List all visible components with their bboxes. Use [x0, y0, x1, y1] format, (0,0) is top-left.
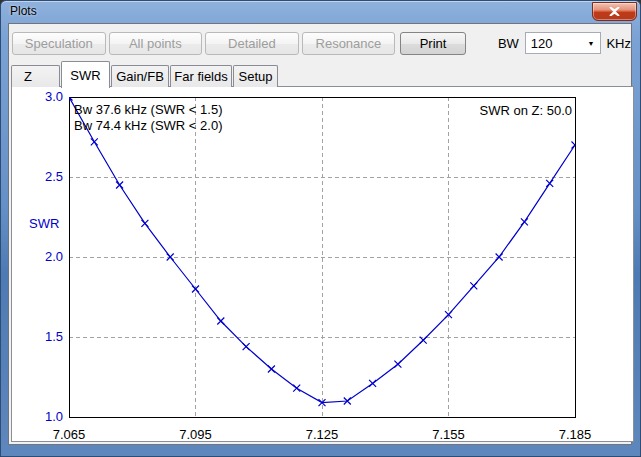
tab-gain-fb[interactable]: Gain/FB [111, 65, 169, 87]
print-button[interactable]: Print [400, 32, 466, 55]
client-area: Speculation All points Detailed Resonanc… [8, 23, 632, 445]
annotation-bw-1: Bw 37.6 kHz (SWR < 1.5) [74, 102, 222, 118]
toolbar: Speculation All points Detailed Resonanc… [9, 24, 631, 60]
bw-unit-label: KHz [606, 32, 631, 55]
svg-text:1.0: 1.0 [45, 409, 63, 424]
chart-page: 7.0657.0957.1257.1557.1851.01.52.02.53.0… [11, 86, 634, 442]
bw-value: 120 [526, 36, 588, 51]
chevron-down-icon: ▼ [588, 40, 601, 47]
svg-text:7.065: 7.065 [53, 427, 86, 442]
svg-text:7.095: 7.095 [179, 427, 212, 442]
y-axis-title: SWR [29, 216, 59, 231]
tab-setup[interactable]: Setup [233, 65, 278, 87]
all-points-button[interactable]: All points [109, 32, 203, 55]
plot-svg: 7.0657.0957.1257.1557.1851.01.52.02.53.0 [12, 87, 633, 445]
titlebar[interactable]: Plots [1, 1, 640, 23]
tab-z[interactable]: Z [11, 65, 60, 87]
swr-chart: 7.0657.0957.1257.1557.1851.01.52.02.53.0… [12, 87, 633, 441]
tab-far-fields[interactable]: Far fields [170, 65, 232, 87]
svg-text:7.185: 7.185 [559, 427, 592, 442]
svg-text:7.155: 7.155 [432, 427, 465, 442]
close-button[interactable] [592, 2, 637, 21]
svg-text:1.5: 1.5 [45, 329, 63, 344]
speculation-button[interactable]: Speculation [12, 32, 106, 55]
svg-text:3.0: 3.0 [45, 89, 63, 104]
svg-text:2.5: 2.5 [45, 169, 63, 184]
plots-window: Plots Speculation All points Detailed Re… [0, 0, 641, 457]
svg-text:7.125: 7.125 [306, 427, 339, 442]
svg-text:2.0: 2.0 [45, 249, 63, 264]
bandwidth-annotations: Bw 37.6 kHz (SWR < 1.5) Bw 74.4 kHz (SWR… [74, 102, 222, 134]
tab-bar: Z SWR Gain/FB Far fields Setup [9, 60, 279, 87]
bw-label: BW [498, 32, 519, 55]
detailed-button[interactable]: Detailed [205, 32, 299, 55]
window-title: Plots [10, 4, 37, 18]
close-icon [609, 7, 620, 16]
tab-swr[interactable]: SWR [61, 61, 110, 88]
bw-combobox[interactable]: 120 ▼ [525, 32, 602, 54]
annotation-bw-2: Bw 74.4 kHz (SWR < 2.0) [74, 118, 222, 134]
resonance-button[interactable]: Resonance [302, 32, 396, 55]
annotation-swr-on-z: SWR on Z: 50.0 [480, 103, 572, 118]
